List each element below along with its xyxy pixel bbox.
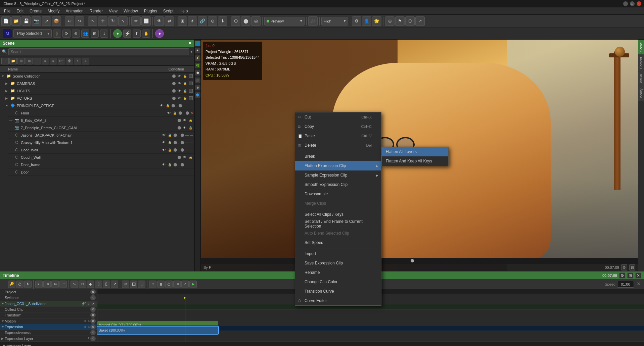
- tree-item-grassy[interactable]: ⬡ Grassy Hilly Map with Texture 1 👁 🔒 . …: [8, 139, 194, 146]
- cl-cam3[interactable]: 🔒: [189, 126, 192, 130]
- cl-cam2[interactable]: 🔒: [189, 119, 192, 122]
- export2-btn[interactable]: ↗: [415, 16, 425, 26]
- sun2-btn[interactable]: 🌟: [372, 16, 381, 26]
- ce-bp[interactable]: 👁: [162, 133, 166, 137]
- cl-df[interactable]: 🔒: [168, 163, 172, 166]
- circle-icon[interactable]: ○: [88, 319, 90, 323]
- vtab-scene[interactable]: Scene: [638, 40, 644, 54]
- cc2[interactable]: [189, 89, 193, 93]
- scene-tb-delete[interactable]: 🗑: [66, 58, 73, 64]
- ctx-curve-editor[interactable]: ⬡ Curve Editor: [295, 296, 381, 305]
- redo-button[interactable]: ↪: [75, 16, 84, 26]
- import-button[interactable]: 📦: [52, 16, 61, 26]
- left-icon-1[interactable]: 👤: [195, 41, 200, 46]
- undo-button[interactable]: ↩: [65, 16, 74, 26]
- tl-close-expressive[interactable]: ✕: [90, 330, 96, 335]
- tree-item-door-frame[interactable]: ⬡ Door_frame 👁 🔒 . — —: [8, 161, 194, 168]
- ce2[interactable]: 👁: [178, 89, 181, 93]
- menu-render[interactable]: Render: [87, 8, 105, 14]
- cl-floor[interactable]: 🔒: [173, 111, 177, 115]
- tree-item-principles-office[interactable]: ▼ 🔷 PRINCIPLES_OFFICE 👁 🔒 . . — —: [4, 102, 194, 109]
- ctx-import[interactable]: Import: [295, 249, 381, 258]
- search-input[interactable]: [8, 48, 189, 55]
- left-icon-6[interactable]: 🎥: [195, 78, 200, 83]
- tree-item-7principle-cam[interactable]: — 📷 7_Principle_Peters_CLOSE_CAM 👁 🔒: [8, 124, 194, 132]
- tl-tb-arrow3[interactable]: ⇦: [51, 281, 59, 288]
- timeline-playhead[interactable]: [185, 297, 185, 342]
- export-button[interactable]: ↗: [42, 16, 51, 26]
- purple-btn[interactable]: ●: [155, 29, 164, 38]
- arrow-btn[interactable]: ⤵: [100, 30, 108, 38]
- ctx-sample[interactable]: Sample Expression Clip: [295, 170, 381, 180]
- ce1[interactable]: 👁: [178, 82, 181, 85]
- screenshot-button[interactable]: 📷: [32, 16, 41, 26]
- tl-close-motion[interactable]: ✕: [90, 318, 96, 324]
- ce-cw[interactable]: 👁: [183, 155, 186, 159]
- menu-plugins[interactable]: Plugins: [141, 8, 160, 14]
- tl-tb-arrow1[interactable]: ⇤: [35, 281, 43, 288]
- search-dropdown-icon[interactable]: ▾: [190, 49, 192, 54]
- tl-expand-expression[interactable]: ▼: [1, 325, 5, 329]
- tree-item-actors[interactable]: ▶ 📁 ACTORS 👁 🔒: [4, 95, 194, 102]
- left-icon-7[interactable]: ⊕: [195, 85, 200, 90]
- cl2[interactable]: 🔒: [183, 89, 187, 93]
- ctx-set-speed[interactable]: Set Speed: [295, 238, 381, 247]
- menu-file[interactable]: File: [1, 8, 13, 14]
- ctx-flatten[interactable]: Flatten Expression Clip: [295, 161, 381, 170]
- tl-tb-end[interactable]: ⇥: [173, 281, 181, 288]
- view-btn[interactable]: ⬡: [405, 16, 415, 26]
- eraser-tool[interactable]: ⬜: [141, 16, 151, 26]
- tree-item-cameras[interactable]: ▶ 📁 CAMERAS 👁 🔒: [4, 80, 194, 87]
- new-button[interactable]: 📄: [1, 16, 11, 26]
- tl-close-collect[interactable]: ✕: [90, 307, 96, 312]
- ctx-set-start-end[interactable]: Set Start / End Frame to Current Selecti…: [295, 219, 381, 229]
- tl-close-expression[interactable]: ✕: [90, 324, 96, 330]
- ce-gr[interactable]: 👁: [162, 141, 166, 144]
- cl-cw[interactable]: 🔒: [189, 156, 192, 159]
- scale-tool[interactable]: ⤡: [118, 16, 128, 26]
- tl-tb-key[interactable]: 🔑: [8, 281, 15, 288]
- ce-df[interactable]: 👁: [162, 163, 166, 166]
- walk-btn[interactable]: 🚶: [53, 30, 61, 38]
- tl-tb-film[interactable]: 🎞: [130, 281, 137, 288]
- ce-dw[interactable]: 👁: [162, 148, 166, 152]
- rotate-tool[interactable]: ↻: [108, 16, 118, 26]
- vtab-content[interactable]: Content: [638, 54, 644, 71]
- left-icon-3[interactable]: ⚡: [195, 55, 200, 61]
- person-btn[interactable]: 👤: [362, 16, 371, 26]
- scene-tb-up[interactable]: ↑: [74, 58, 81, 64]
- circle3-icon[interactable]: ○: [88, 336, 90, 341]
- ce-cam2[interactable]: 👁: [183, 118, 186, 122]
- ctx-paste[interactable]: 📋 Paste Ctrl+V: [295, 131, 381, 141]
- tl-tb-timeline-arr1[interactable]: ⟨|: [95, 281, 102, 288]
- target2-btn[interactable]: ◎: [251, 16, 261, 26]
- tl-tb-time2[interactable]: ⏱: [165, 281, 173, 288]
- open-button[interactable]: 📁: [11, 16, 21, 26]
- ctx-sub-flatten-all[interactable]: Flatten All Layers: [382, 147, 448, 156]
- cl1[interactable]: 🔒: [183, 82, 187, 85]
- tl-tb-timeline-arr2[interactable]: |⟩: [103, 281, 110, 288]
- ctx-sub-flatten-keep[interactable]: Flatten And Keep All Keys: [382, 156, 448, 166]
- menu-window[interactable]: Window: [121, 8, 141, 14]
- tl-tb-plus[interactable]: ⊕: [122, 281, 129, 288]
- tl-tb-frame[interactable]: ⏱: [16, 281, 24, 288]
- left-icon-8[interactable]: 🔷: [195, 92, 200, 98]
- ce-floor[interactable]: 👁: [167, 111, 171, 115]
- tree-item-backpack[interactable]: ⬡ Jasons_BACKPACK_on+Chair 👁 🔒 . — —: [8, 132, 194, 139]
- tree-item-lights[interactable]: ▶ 📁 LIGHTS 👁 🔒: [4, 87, 194, 95]
- camera-btn[interactable]: 👁: [154, 16, 164, 26]
- tree-item-couch-wall[interactable]: ⬡ Couch_Wall 👁 🔒: [8, 154, 194, 161]
- cond-lock[interactable]: 🔒: [183, 75, 187, 78]
- pause2-icon[interactable]: ⏸: [84, 325, 87, 329]
- ctx-select-all[interactable]: Select All Clips / Keys: [295, 210, 381, 219]
- timeline-dot[interactable]: [411, 259, 414, 262]
- tree-item-door[interactable]: ⬡ Door: [8, 168, 194, 176]
- tl-tb-list-icon[interactable]: ☰: [1, 281, 7, 287]
- play-selected-button[interactable]: Play Selected: [14, 31, 45, 36]
- ctx-break[interactable]: Break: [295, 152, 381, 161]
- tree-item-floor[interactable]: ⬡ Floor 👁 🔒 . ✕: [8, 109, 194, 117]
- menu-modify[interactable]: Modify: [45, 8, 62, 14]
- vtab-visual[interactable]: Visual: [638, 71, 644, 86]
- cl3[interactable]: 🔒: [183, 97, 187, 100]
- ce4[interactable]: 👁: [160, 104, 164, 107]
